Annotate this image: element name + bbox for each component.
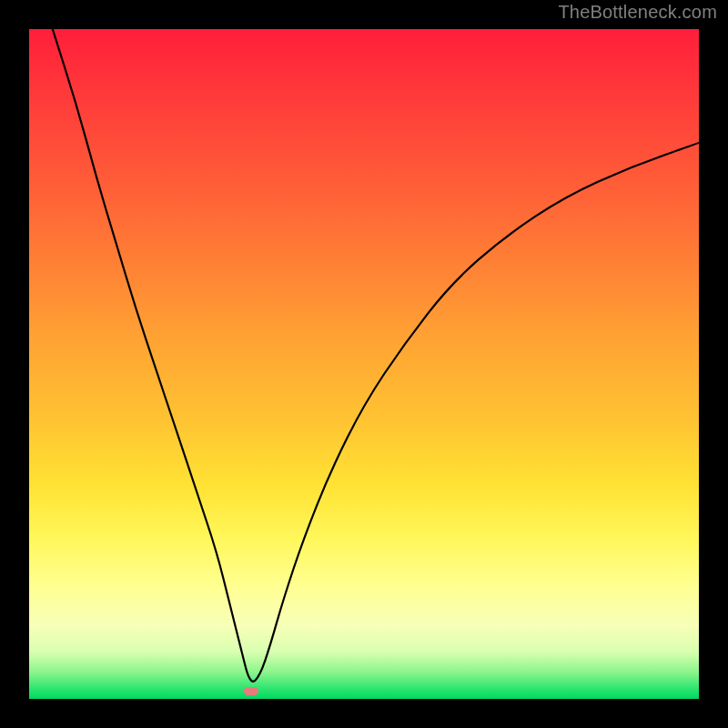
curve-svg — [29, 29, 699, 699]
plot-area — [29, 29, 699, 699]
watermark-text: TheBottleneck.com — [558, 2, 717, 23]
chart-frame: TheBottleneck.com — [0, 0, 728, 728]
min-marker — [244, 687, 258, 695]
bottleneck-curve-path — [53, 29, 699, 682]
